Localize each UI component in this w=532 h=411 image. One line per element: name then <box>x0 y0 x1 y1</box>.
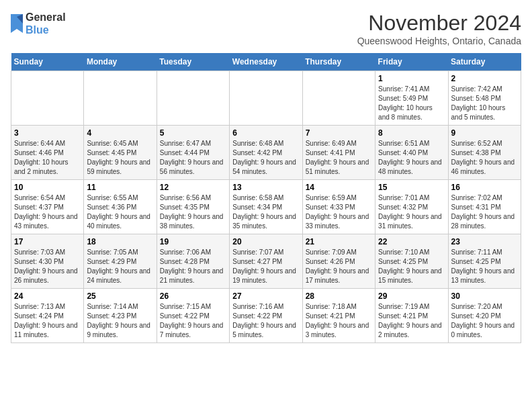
day-number: 26 <box>160 291 226 301</box>
day-number: 27 <box>232 291 299 301</box>
calendar-cell: 29Sunrise: 7:19 AM Sunset: 4:21 PM Dayli… <box>375 289 448 343</box>
calendar-table: SundayMondayTuesdayWednesdayThursdayFrid… <box>11 53 521 343</box>
calendar-cell: 4Sunrise: 6:45 AM Sunset: 4:45 PM Daylig… <box>84 126 157 180</box>
calendar-cell: 27Sunrise: 7:16 AM Sunset: 4:22 PM Dayli… <box>230 289 302 343</box>
logo-text-blue: Blue <box>26 24 66 36</box>
day-number: 19 <box>160 237 226 246</box>
day-info: Sunrise: 6:45 AM Sunset: 4:45 PM Dayligh… <box>87 139 153 177</box>
day-number: 15 <box>378 183 445 192</box>
calendar-cell <box>84 71 157 126</box>
calendar-cell: 21Sunrise: 7:09 AM Sunset: 4:26 PM Dayli… <box>302 234 375 289</box>
day-number: 16 <box>451 183 518 192</box>
calendar-cell: 11Sunrise: 6:55 AM Sunset: 4:36 PM Dayli… <box>84 180 157 234</box>
day-info: Sunrise: 7:20 AM Sunset: 4:20 PM Dayligh… <box>451 302 518 340</box>
day-info: Sunrise: 7:15 AM Sunset: 4:22 PM Dayligh… <box>160 302 226 340</box>
calendar-cell: 12Sunrise: 6:56 AM Sunset: 4:35 PM Dayli… <box>157 180 229 234</box>
weekday-header-monday: Monday <box>84 53 157 71</box>
calendar-cell: 23Sunrise: 7:11 AM Sunset: 4:25 PM Dayli… <box>448 234 521 289</box>
day-info: Sunrise: 7:19 AM Sunset: 4:21 PM Dayligh… <box>378 302 445 340</box>
day-number: 24 <box>14 291 81 301</box>
day-number: 30 <box>451 291 518 301</box>
day-info: Sunrise: 6:54 AM Sunset: 4:37 PM Dayligh… <box>14 193 81 231</box>
day-info: Sunrise: 7:11 AM Sunset: 4:25 PM Dayligh… <box>451 248 518 285</box>
day-number: 4 <box>87 128 153 138</box>
calendar-cell <box>230 71 302 126</box>
calendar-cell: 24Sunrise: 7:13 AM Sunset: 4:24 PM Dayli… <box>11 289 84 343</box>
calendar-cell: 15Sunrise: 7:01 AM Sunset: 4:32 PM Dayli… <box>375 180 448 234</box>
day-info: Sunrise: 7:16 AM Sunset: 4:22 PM Dayligh… <box>232 302 299 340</box>
calendar-cell <box>302 71 375 126</box>
day-info: Sunrise: 7:02 AM Sunset: 4:31 PM Dayligh… <box>451 193 518 231</box>
day-info: Sunrise: 7:41 AM Sunset: 5:49 PM Dayligh… <box>378 85 445 122</box>
day-info: Sunrise: 7:05 AM Sunset: 4:29 PM Dayligh… <box>87 248 153 285</box>
title-area: November 2024 Queenswood Heights, Ontari… <box>357 11 521 46</box>
logo-shape-icon <box>11 14 23 33</box>
calendar-cell: 14Sunrise: 6:59 AM Sunset: 4:33 PM Dayli… <box>302 180 375 234</box>
day-info: Sunrise: 6:49 AM Sunset: 4:41 PM Dayligh… <box>306 139 372 177</box>
day-number: 13 <box>232 183 299 192</box>
day-info: Sunrise: 7:01 AM Sunset: 4:32 PM Dayligh… <box>378 193 445 231</box>
calendar-cell: 9Sunrise: 6:52 AM Sunset: 4:38 PM Daylig… <box>448 126 521 180</box>
calendar-cell <box>11 71 84 126</box>
calendar-cell: 5Sunrise: 6:47 AM Sunset: 4:44 PM Daylig… <box>157 126 229 180</box>
day-number: 7 <box>306 128 372 138</box>
calendar-cell: 25Sunrise: 7:14 AM Sunset: 4:23 PM Dayli… <box>84 289 157 343</box>
logo: General Blue <box>11 11 66 36</box>
location: Queenswood Heights, Ontario, Canada <box>357 36 521 46</box>
calendar-week-4: 17Sunrise: 7:03 AM Sunset: 4:30 PM Dayli… <box>11 234 521 289</box>
logo-text-general: General <box>26 11 66 24</box>
day-number: 3 <box>14 128 81 138</box>
day-number: 21 <box>306 237 372 246</box>
calendar-cell: 16Sunrise: 7:02 AM Sunset: 4:31 PM Dayli… <box>448 180 521 234</box>
calendar-cell: 13Sunrise: 6:58 AM Sunset: 4:34 PM Dayli… <box>230 180 302 234</box>
day-number: 12 <box>160 183 226 192</box>
calendar-cell: 2Sunrise: 7:42 AM Sunset: 5:48 PM Daylig… <box>448 71 521 126</box>
calendar-cell: 6Sunrise: 6:48 AM Sunset: 4:42 PM Daylig… <box>230 126 302 180</box>
day-info: Sunrise: 7:06 AM Sunset: 4:28 PM Dayligh… <box>160 248 226 285</box>
day-info: Sunrise: 6:47 AM Sunset: 4:44 PM Dayligh… <box>160 139 226 177</box>
calendar-cell: 1Sunrise: 7:41 AM Sunset: 5:49 PM Daylig… <box>375 71 448 126</box>
day-number: 23 <box>451 237 518 246</box>
day-number: 17 <box>14 237 81 246</box>
calendar-cell: 7Sunrise: 6:49 AM Sunset: 4:41 PM Daylig… <box>302 126 375 180</box>
day-number: 1 <box>378 74 445 83</box>
day-number: 9 <box>451 128 518 138</box>
day-info: Sunrise: 7:03 AM Sunset: 4:30 PM Dayligh… <box>14 248 81 285</box>
day-number: 22 <box>378 237 445 246</box>
weekday-header-wednesday: Wednesday <box>230 53 302 71</box>
weekday-header-thursday: Thursday <box>302 53 375 71</box>
calendar-cell: 22Sunrise: 7:10 AM Sunset: 4:25 PM Dayli… <box>375 234 448 289</box>
day-info: Sunrise: 7:09 AM Sunset: 4:26 PM Dayligh… <box>306 248 372 285</box>
day-number: 10 <box>14 183 81 192</box>
day-info: Sunrise: 7:13 AM Sunset: 4:24 PM Dayligh… <box>14 302 81 340</box>
calendar-week-2: 3Sunrise: 6:44 AM Sunset: 4:46 PM Daylig… <box>11 126 521 180</box>
calendar-week-3: 10Sunrise: 6:54 AM Sunset: 4:37 PM Dayli… <box>11 180 521 234</box>
day-number: 6 <box>232 128 299 138</box>
day-info: Sunrise: 6:44 AM Sunset: 4:46 PM Dayligh… <box>14 139 81 177</box>
day-info: Sunrise: 7:07 AM Sunset: 4:27 PM Dayligh… <box>232 248 299 285</box>
weekday-header-tuesday: Tuesday <box>157 53 229 71</box>
day-info: Sunrise: 6:52 AM Sunset: 4:38 PM Dayligh… <box>451 139 518 177</box>
day-info: Sunrise: 6:55 AM Sunset: 4:36 PM Dayligh… <box>87 193 153 231</box>
day-number: 11 <box>87 183 153 192</box>
calendar-cell: 8Sunrise: 6:51 AM Sunset: 4:40 PM Daylig… <box>375 126 448 180</box>
day-number: 14 <box>306 183 372 192</box>
day-info: Sunrise: 6:56 AM Sunset: 4:35 PM Dayligh… <box>160 193 226 231</box>
calendar-week-1: 1Sunrise: 7:41 AM Sunset: 5:49 PM Daylig… <box>11 71 521 126</box>
day-number: 28 <box>306 291 372 301</box>
day-number: 25 <box>87 291 153 301</box>
calendar-cell: 18Sunrise: 7:05 AM Sunset: 4:29 PM Dayli… <box>84 234 157 289</box>
weekday-header-row: SundayMondayTuesdayWednesdayThursdayFrid… <box>11 53 521 71</box>
weekday-header-friday: Friday <box>375 53 448 71</box>
day-info: Sunrise: 7:10 AM Sunset: 4:25 PM Dayligh… <box>378 248 445 285</box>
day-info: Sunrise: 6:48 AM Sunset: 4:42 PM Dayligh… <box>232 139 299 177</box>
day-number: 29 <box>378 291 445 301</box>
day-number: 20 <box>232 237 299 246</box>
day-info: Sunrise: 6:58 AM Sunset: 4:34 PM Dayligh… <box>232 193 299 231</box>
calendar-week-5: 24Sunrise: 7:13 AM Sunset: 4:24 PM Dayli… <box>11 289 521 343</box>
day-info: Sunrise: 6:59 AM Sunset: 4:33 PM Dayligh… <box>306 193 372 231</box>
calendar-cell: 17Sunrise: 7:03 AM Sunset: 4:30 PM Dayli… <box>11 234 84 289</box>
calendar-cell: 26Sunrise: 7:15 AM Sunset: 4:22 PM Dayli… <box>157 289 229 343</box>
day-number: 18 <box>87 237 153 246</box>
day-info: Sunrise: 7:18 AM Sunset: 4:21 PM Dayligh… <box>306 302 372 340</box>
